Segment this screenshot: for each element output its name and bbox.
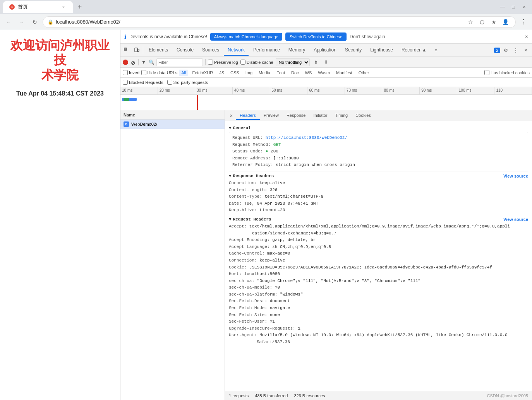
tab-more[interactable]: » <box>431 45 442 56</box>
webpage-content: 欢迎访问泸州职业技 术学院 Tue Apr 04 15:48:41 CST 20… <box>0 30 120 400</box>
general-referrer-row: Referrer Policy: strict-origin-when-cros… <box>232 162 525 169</box>
has-blocked-cookies-checkbox[interactable]: Has blocked cookies <box>484 70 530 75</box>
main-area: 欢迎访问泸州职业技 术学院 Tue Apr 04 15:48:41 CST 20… <box>0 30 532 400</box>
detail-tabs: × Headers Preview Response Initiator Tim… <box>225 110 532 121</box>
clear-btn[interactable]: ⊘ <box>130 60 136 65</box>
devtools-more-btn[interactable]: ⋮ <box>511 46 520 55</box>
type-filter-img[interactable]: Img <box>243 70 255 76</box>
type-filter-ws[interactable]: WS <box>303 70 314 76</box>
share-btn[interactable]: ⬡ <box>477 17 487 27</box>
general-box: Request URL: http://localhost:8080/WebDe… <box>229 132 528 171</box>
resp-header-content-type: Content-Type: text/html;charset=UTF-8 <box>229 193 528 200</box>
status-code-label: Status Code: <box>232 149 263 154</box>
tab-elements[interactable]: Elements <box>145 45 172 56</box>
notification-close-btn[interactable]: × <box>525 34 528 40</box>
browser-tab[interactable]: ⊙ 首页 × <box>3 1 73 13</box>
type-filter-doc[interactable]: Doc <box>289 70 301 76</box>
filter-search-input[interactable] <box>156 58 203 66</box>
type-filter-fetch-xhr[interactable]: Fetch/XHR <box>190 70 215 76</box>
webpage-title: 欢迎访问泸州职业技 术学院 <box>8 38 112 82</box>
tab-headers[interactable]: Headers <box>236 111 260 120</box>
general-url-row: Request URL: http://localhost:8080/WebDe… <box>232 135 525 142</box>
extension-btn[interactable]: ★ <box>488 17 499 27</box>
timeline-mark-80: 80 ms <box>382 87 420 94</box>
type-filter-media[interactable]: Media <box>256 70 273 76</box>
address-bar[interactable]: 🔒 localhost:8080/WebDemo02/ ☆ ⬡ ★ 👤 <box>43 16 516 28</box>
req-header-sec-ch-ua: sec-ch-ua: "Google Chrome";v="111", "Not… <box>229 278 528 285</box>
tab-network[interactable]: Network <box>224 45 249 56</box>
tab-performance[interactable]: Performance <box>249 45 284 56</box>
type-filter-js[interactable]: JS <box>217 70 227 76</box>
window-close-btn[interactable]: × <box>520 2 529 12</box>
type-filter-css[interactable]: CSS <box>228 70 242 76</box>
filter-search-btn[interactable]: 🔍 <box>149 60 154 65</box>
type-filter-other[interactable]: Other <box>356 70 372 76</box>
tab-recorder[interactable]: Recorder ▲ <box>398 45 431 56</box>
req-header-accept-encoding: Accept-Encoding: gzip, deflate, br <box>229 237 528 244</box>
timeline-red-line <box>197 95 198 110</box>
forward-button[interactable]: → <box>16 17 27 27</box>
network-filter-bar: ⊘ ▼ 🔍 Preserve log Disable cache No thro… <box>120 57 532 68</box>
tab-sources[interactable]: Sources <box>198 45 223 56</box>
request-method-val: GET <box>273 142 281 147</box>
back-button[interactable]: ← <box>3 17 14 27</box>
tab-initiator[interactable]: Initiator <box>309 111 331 120</box>
detail-close-btn[interactable]: × <box>227 113 236 119</box>
profile-btn[interactable]: 👤 <box>500 17 511 27</box>
response-headers-section-header: ▼ Response Headers View source <box>229 174 528 178</box>
request-headers-view-source[interactable]: View source <box>503 217 528 222</box>
type-filter-wasm[interactable]: Wasm <box>316 70 332 76</box>
import-btn[interactable]: ⬆ <box>312 58 320 66</box>
devtools-close-btn[interactable]: × <box>521 46 530 55</box>
tab-console[interactable]: Console <box>173 45 197 56</box>
network-request-row[interactable]: D WebDemo02/ <box>120 120 225 129</box>
export-btn[interactable]: ⬇ <box>322 58 330 66</box>
tab-lighthouse[interactable]: Lighthouse <box>366 45 397 56</box>
response-headers-arrow: ▼ <box>229 174 232 178</box>
tab-preview[interactable]: Preview <box>260 111 283 120</box>
tab-application[interactable]: Application <box>310 45 340 56</box>
tab-memory[interactable]: Memory <box>285 45 309 56</box>
third-party-requests-checkbox[interactable]: 3rd-party requests <box>167 80 208 85</box>
window-minimize-btn[interactable]: — <box>498 2 507 12</box>
filter-clear-btn[interactable]: ▼ <box>141 60 146 65</box>
tab-security[interactable]: Security <box>341 45 366 56</box>
devtools-settings-btn[interactable]: ⚙ <box>501 46 510 55</box>
browser-menu-btn[interactable]: ⋮ <box>518 17 529 27</box>
request-type-icon: D <box>124 121 129 127</box>
reload-button[interactable]: ↻ <box>29 17 40 27</box>
tab-response[interactable]: Response <box>283 111 310 120</box>
type-filter-manifest[interactable]: Manifest <box>334 70 355 76</box>
disable-cache-checkbox[interactable]: Disable cache <box>240 60 273 65</box>
dont-show-again-link[interactable]: Don't show again <box>350 34 385 39</box>
issues-badge[interactable]: 2 <box>494 48 500 53</box>
inspect-element-btn[interactable] <box>122 46 131 55</box>
req-header-accept-language: Accept-Language: zh-CN,zh;q=0.9,en;q=0.8 <box>229 244 528 251</box>
filter-divider1 <box>138 59 139 65</box>
type-filter-all[interactable]: All <box>179 70 188 76</box>
invert-checkbox[interactable]: Invert <box>123 70 140 75</box>
preserve-log-checkbox[interactable]: Preserve log <box>208 60 238 65</box>
new-tab-button[interactable]: + <box>74 2 85 12</box>
blocked-requests-bar: Blocked Requests 3rd-party requests <box>120 78 532 87</box>
device-toolbar-btn[interactable] <box>132 46 141 55</box>
timeline-mark-100: 100 ms <box>457 87 495 94</box>
resp-header-keep-alive: Keep-Alive: timeout=20 <box>229 207 528 214</box>
hide-data-urls-checkbox[interactable]: Hide data URLs <box>141 70 178 75</box>
tab-cookies[interactable]: Cookies <box>352 111 375 120</box>
switch-to-chinese-btn[interactable]: Switch DevTools to Chinese <box>285 32 347 41</box>
type-filter-font[interactable]: Font <box>274 70 287 76</box>
notification-text: DevTools is now available in Chinese! <box>129 34 207 39</box>
timeline-mark-30: 30 ms <box>195 87 233 94</box>
throttle-select[interactable]: No throttling Fast 3G Slow 3G <box>276 58 310 66</box>
csdn-watermark: CSDN @hostard2005 <box>487 393 528 398</box>
response-headers-view-source[interactable]: View source <box>503 174 528 178</box>
tab-timing[interactable]: Timing <box>331 111 352 120</box>
referrer-policy-label: Referrer Policy: <box>232 162 273 167</box>
tab-close-btn[interactable]: × <box>60 4 67 10</box>
window-maximize-btn[interactable]: □ <box>509 2 518 12</box>
bookmark-btn[interactable]: ☆ <box>465 17 476 27</box>
record-btn[interactable] <box>123 60 128 65</box>
blocked-requests-checkbox[interactable]: Blocked Requests <box>123 80 163 85</box>
always-match-language-btn[interactable]: Always match Chrome's language <box>210 33 282 41</box>
